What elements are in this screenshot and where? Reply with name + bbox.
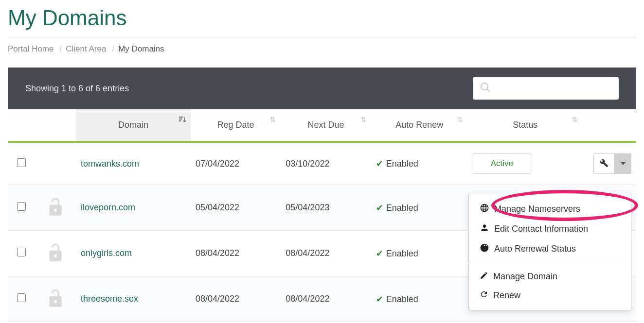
domain-link[interactable]: tomwanks.com <box>81 159 139 169</box>
sort-icon: ⇅ <box>360 116 366 123</box>
svg-rect-3 <box>179 119 182 119</box>
lock-icon <box>46 196 65 220</box>
wrench-icon <box>600 159 608 169</box>
dropdown-toggle[interactable] <box>615 153 631 174</box>
dropdown-auto-renewal[interactable]: Auto Renewal Status <box>469 239 631 259</box>
next-due-cell: 08/04/2022 <box>281 231 371 276</box>
check-icon: ✔ <box>376 159 383 169</box>
person-icon <box>480 223 489 235</box>
sort-icon: ⇅ <box>572 116 578 123</box>
actions-dropdown: Manage Nameservers Edit Contact Informat… <box>468 194 631 310</box>
pencil-icon <box>480 271 488 282</box>
search-input[interactable] <box>473 77 619 100</box>
search-icon <box>480 82 491 95</box>
sort-icon <box>179 116 186 125</box>
row-checkbox[interactable] <box>17 202 26 211</box>
lock-icon <box>46 287 65 311</box>
auto-renew-cell: ✔Enabled <box>371 185 468 231</box>
svg-line-1 <box>487 89 490 92</box>
domain-link[interactable]: onlygirls.com <box>81 248 132 258</box>
globe-icon <box>480 243 489 255</box>
breadcrumb-current: My Domains <box>118 44 164 54</box>
column-header-domain[interactable]: Domain <box>76 109 191 142</box>
globe-icon <box>480 203 489 215</box>
check-icon: ✔ <box>376 294 383 304</box>
status-badge: Active <box>473 153 531 174</box>
dropdown-divider <box>469 263 631 263</box>
reg-date-cell: 05/04/2022 <box>191 185 281 231</box>
dropdown-edit-contact[interactable]: Edit Contact Information <box>469 219 631 239</box>
manage-button[interactable] <box>593 153 615 174</box>
dropdown-manage-domain[interactable]: Manage Domain <box>469 267 631 286</box>
domain-link[interactable]: iloveporn.com <box>81 203 135 212</box>
auto-renew-cell: ✔Enabled <box>371 276 468 322</box>
column-header-reg-date[interactable]: Reg Date⇅ <box>191 109 281 142</box>
table-toolbar: Showing 1 to 6 of 6 entries <box>8 68 636 109</box>
showing-entries-text: Showing 1 to 6 of 6 entries <box>25 84 129 94</box>
svg-point-0 <box>481 83 488 90</box>
breadcrumb-separator: / <box>112 44 114 54</box>
column-header-checkbox <box>8 109 35 142</box>
column-header-status[interactable]: Status⇅ <box>468 109 583 142</box>
row-checkbox[interactable] <box>17 158 26 167</box>
next-due-cell: 05/04/2023 <box>281 185 371 231</box>
svg-rect-4 <box>179 120 181 121</box>
column-header-next-due[interactable]: Next Due⇅ <box>281 109 371 142</box>
row-checkbox[interactable] <box>17 248 26 256</box>
breadcrumb-portal-home[interactable]: Portal Home <box>8 44 54 54</box>
page-title: My Domains <box>8 0 636 37</box>
reg-date-cell: 07/04/2022 <box>191 142 281 185</box>
auto-renew-cell: ✔Enabled <box>371 142 468 185</box>
svg-rect-2 <box>179 117 183 118</box>
column-header-auto-renew[interactable]: Auto Renew⇅ <box>371 109 468 142</box>
column-header-actions <box>583 109 636 142</box>
lock-icon <box>46 241 65 265</box>
dropdown-manage-nameservers[interactable]: Manage Nameservers <box>469 199 631 219</box>
breadcrumb-client-area[interactable]: Client Area <box>66 44 106 54</box>
column-header-lock <box>35 109 76 142</box>
chevron-down-icon <box>621 162 626 165</box>
table-row: tomwanks.com 07/04/2022 03/10/2022 ✔Enab… <box>8 142 636 185</box>
check-icon: ✔ <box>376 249 383 258</box>
breadcrumb-separator: / <box>59 44 62 54</box>
dropdown-renew[interactable]: Renew <box>469 286 631 305</box>
next-due-cell: 03/10/2022 <box>281 142 371 185</box>
reg-date-cell: 08/04/2022 <box>191 231 281 276</box>
auto-renew-cell: ✔Enabled <box>371 231 468 276</box>
sort-icon: ⇅ <box>270 116 276 123</box>
next-due-cell: 08/04/2022 <box>281 276 371 322</box>
domain-link[interactable]: threesome.sex <box>81 294 138 304</box>
sort-icon: ⇅ <box>457 116 463 123</box>
row-checkbox[interactable] <box>17 293 26 302</box>
reg-date-cell: 08/04/2022 <box>191 276 281 322</box>
breadcrumb: Portal Home/ Client Area/ My Domains <box>8 37 636 68</box>
refresh-icon <box>480 290 488 301</box>
check-icon: ✔ <box>376 203 383 213</box>
